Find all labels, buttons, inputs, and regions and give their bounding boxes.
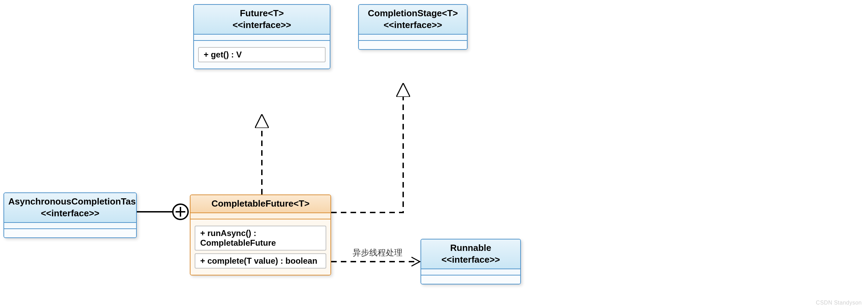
class-future-attrs	[194, 35, 330, 41]
class-future-ops: + get() : V	[194, 41, 330, 69]
class-completionstage-stereotype: <<interface>>	[363, 19, 463, 31]
class-completionstage: CompletionStage<T> <<interface>>	[358, 4, 468, 50]
class-cf-attrs	[191, 213, 330, 219]
edge-runnable-label: 异步线程处理	[353, 247, 402, 258]
class-future-name: Future<T>	[198, 8, 326, 19]
class-cf-name: CompletableFuture<T>	[195, 198, 326, 210]
class-runnable-ops	[421, 275, 520, 284]
nested-circle	[173, 204, 188, 219]
class-cf-ops: + runAsync() : CompletableFuture + compl…	[191, 219, 330, 275]
op-complete: + complete(T value) : boolean	[195, 253, 326, 269]
class-asynctask-ops	[4, 229, 136, 237]
class-completionstage-attrs	[359, 35, 467, 41]
class-future-stereotype: <<interface>>	[198, 19, 326, 31]
watermark: CSDN Standyson	[816, 300, 862, 306]
class-completionstage-name: CompletionStage<T>	[363, 8, 463, 19]
class-asynctask-attrs	[4, 223, 136, 229]
class-runnable-name: Runnable	[425, 242, 516, 254]
class-runnable: Runnable <<interface>>	[420, 239, 521, 284]
class-asynctask-stereotype: <<interface>>	[8, 208, 132, 219]
class-completionstage-ops	[359, 41, 467, 49]
op-runasync: + runAsync() : CompletableFuture	[195, 226, 326, 251]
class-asynctask: AsynchronousCompletionTask <<interface>>	[3, 192, 137, 238]
op-get: + get() : V	[198, 47, 326, 62]
class-future: Future<T> <<interface>> + get() : V	[193, 4, 330, 69]
class-completablefuture: CompletableFuture<T> + runAsync() : Comp…	[190, 194, 331, 275]
edge-realize-completionstage	[331, 90, 403, 212]
class-runnable-stereotype: <<interface>>	[425, 254, 516, 266]
class-runnable-attrs	[421, 269, 520, 275]
class-asynctask-name: AsynchronousCompletionTask	[8, 196, 132, 208]
